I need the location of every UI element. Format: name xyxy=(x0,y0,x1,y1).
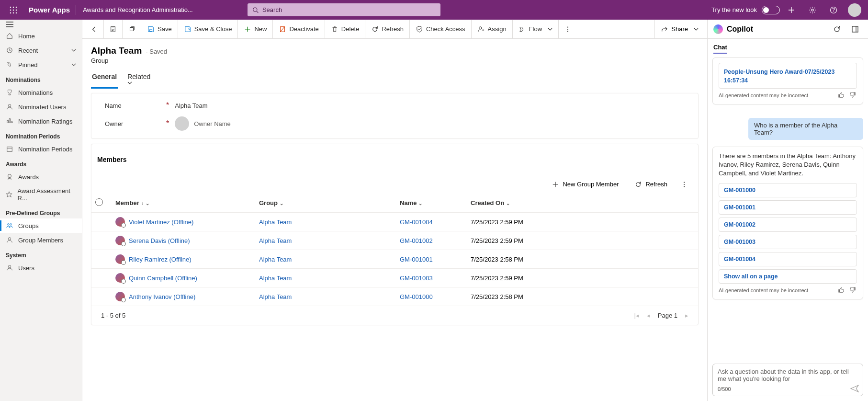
owner-lookup[interactable]: Owner Name xyxy=(175,116,231,131)
delete-button[interactable]: Delete xyxy=(325,20,366,38)
name-link[interactable]: GM-001000 xyxy=(400,293,433,300)
group-link[interactable]: Alpha Team xyxy=(259,218,292,226)
select-all-header[interactable] xyxy=(91,194,112,213)
sidebar-awards[interactable]: Awards xyxy=(0,170,82,184)
save-close-button[interactable]: Save & Close xyxy=(178,20,238,38)
hamburger-button[interactable] xyxy=(0,20,82,29)
deactivate-button[interactable]: Deactivate xyxy=(273,20,325,38)
search-box[interactable] xyxy=(248,3,440,16)
copilot-prior-link[interactable]: People-Unsung Hero Award-07/25/2023 16:5… xyxy=(719,63,857,89)
name-link[interactable]: GM-001004 xyxy=(400,218,433,226)
copilot-ref-link[interactable]: GM-001003 xyxy=(719,235,857,249)
table-row[interactable]: Quinn Campbell (Offline)Alpha TeamGM-001… xyxy=(91,269,698,287)
page-first-button[interactable]: |◂ xyxy=(634,312,639,319)
app-launcher-icon[interactable] xyxy=(4,0,23,20)
thumbs-down-button[interactable] xyxy=(849,286,857,294)
group-link[interactable]: Alpha Team xyxy=(259,275,292,282)
thumbs-down-button[interactable] xyxy=(849,92,857,99)
flow-button[interactable]: Flow xyxy=(513,20,559,38)
share-button[interactable]: Share xyxy=(654,20,704,38)
refresh-button[interactable]: Refresh xyxy=(365,20,410,38)
table-row[interactable]: Serena Davis (Offline)Alpha TeamGM-00100… xyxy=(91,231,698,250)
form-selector-button[interactable] xyxy=(104,20,123,38)
new-button[interactable]: New xyxy=(238,20,273,38)
ai-note-text: AI-generated content may be incorrect xyxy=(719,92,808,98)
sidebar-recent[interactable]: Recent xyxy=(0,43,82,57)
sidebar-nominations[interactable]: Nominations xyxy=(0,85,82,100)
name-link[interactable]: GM-001003 xyxy=(400,275,433,282)
sidebar-home[interactable]: Home xyxy=(0,29,82,43)
assign-button[interactable]: Assign xyxy=(472,20,513,38)
sidebar-nominated-users[interactable]: Nominated Users xyxy=(0,100,82,114)
table-row[interactable]: Riley Ramirez (Offline)Alpha TeamGM-0010… xyxy=(91,250,698,269)
show-all-link[interactable]: Show all on a page xyxy=(719,269,857,284)
copilot-tab-chat[interactable]: Chat xyxy=(713,42,727,54)
sidebar-home-label: Home xyxy=(18,33,35,40)
member-link[interactable]: Serena Davis (Offline) xyxy=(129,237,190,244)
row-select[interactable] xyxy=(91,287,112,306)
back-button[interactable] xyxy=(85,20,104,38)
col-group[interactable]: Group⌄ xyxy=(255,194,396,213)
members-refresh-button[interactable]: Refresh xyxy=(628,178,674,191)
table-row[interactable]: Violet Martinez (Offline)Alpha TeamGM-00… xyxy=(91,213,698,231)
col-name[interactable]: Name⌄ xyxy=(396,194,467,213)
member-link[interactable]: Violet Martinez (Offline) xyxy=(129,218,193,226)
thumbs-up-button[interactable] xyxy=(838,286,845,294)
try-new-look-toggle[interactable] xyxy=(762,6,780,14)
tab-general[interactable]: General xyxy=(91,70,118,88)
new-group-member-button[interactable]: New Group Member xyxy=(545,178,625,191)
copilot-ref-link[interactable]: GM-001001 xyxy=(719,200,857,215)
copilot-ref-link[interactable]: GM-001000 xyxy=(719,183,857,197)
field-name-value[interactable]: Alpha Team xyxy=(175,102,207,109)
col-created[interactable]: Created On⌄ xyxy=(467,194,698,213)
copilot-ref-link[interactable]: GM-001002 xyxy=(719,218,857,232)
member-link[interactable]: Anthony Ivanov (Offline) xyxy=(129,293,195,300)
group-link[interactable]: Alpha Team xyxy=(259,237,292,244)
sidebar-groups[interactable]: Groups xyxy=(0,218,82,233)
copilot-input[interactable] xyxy=(718,368,858,382)
col-member[interactable]: Member↓⌄ xyxy=(112,194,255,213)
sidebar-pinned[interactable]: Pinned xyxy=(0,57,82,72)
overflow-button[interactable] xyxy=(559,20,577,38)
copilot-input-wrap[interactable]: 0/500 xyxy=(712,364,863,396)
row-select[interactable] xyxy=(91,231,112,250)
settings-icon[interactable] xyxy=(803,0,822,20)
save-button[interactable]: Save xyxy=(141,20,178,38)
copilot-ref-link[interactable]: GM-001004 xyxy=(719,252,857,266)
sidebar-users[interactable]: Users xyxy=(0,261,82,275)
cell-member: Violet Martinez (Offline) xyxy=(112,213,255,231)
group-link[interactable]: Alpha Team xyxy=(259,256,292,263)
sidebar-nomination-periods[interactable]: Nomination Periods xyxy=(0,142,82,156)
add-icon[interactable] xyxy=(782,0,801,20)
cell-name: GM-001004 xyxy=(396,213,467,231)
check-access-button[interactable]: Check Access xyxy=(410,20,472,38)
copilot-expand-button[interactable] xyxy=(848,22,862,36)
copilot-refresh-button[interactable] xyxy=(830,22,844,36)
group-link[interactable]: Alpha Team xyxy=(259,293,292,300)
page-prev-button[interactable]: ◂ xyxy=(647,312,650,319)
app-name-label[interactable]: Awards and Recognition Administratio... xyxy=(76,6,200,13)
table-row[interactable]: Anthony Ivanov (Offline)Alpha TeamGM-001… xyxy=(91,287,698,306)
sidebar-nomination-ratings[interactable]: Nomination Ratings xyxy=(0,114,82,128)
name-link[interactable]: GM-001001 xyxy=(400,256,433,263)
user-avatar[interactable] xyxy=(848,3,861,17)
svg-point-5 xyxy=(16,9,17,11)
copilot-body[interactable]: People-Unsung Hero Award-07/25/2023 16:5… xyxy=(708,54,868,361)
send-button[interactable] xyxy=(850,384,859,393)
row-select[interactable] xyxy=(91,213,112,231)
name-link[interactable]: GM-001002 xyxy=(400,237,433,244)
member-link[interactable]: Quinn Campbell (Offline) xyxy=(129,275,197,282)
search-input[interactable] xyxy=(262,6,436,13)
row-select[interactable] xyxy=(91,269,112,287)
member-link[interactable]: Riley Ramirez (Offline) xyxy=(129,256,192,263)
members-overflow-button[interactable] xyxy=(677,178,691,191)
help-icon[interactable] xyxy=(824,0,843,20)
sidebar-item-label: Awards xyxy=(18,173,39,181)
thumbs-up-button[interactable] xyxy=(838,92,845,99)
row-select[interactable] xyxy=(91,250,112,269)
tab-related[interactable]: Related xyxy=(126,70,153,88)
page-next-button[interactable]: ▸ xyxy=(685,312,688,319)
sidebar-group-members[interactable]: Group Members xyxy=(0,233,82,247)
sidebar-award-assessment[interactable]: Award Assessment R... xyxy=(0,184,82,205)
open-new-window-button[interactable] xyxy=(123,20,141,38)
